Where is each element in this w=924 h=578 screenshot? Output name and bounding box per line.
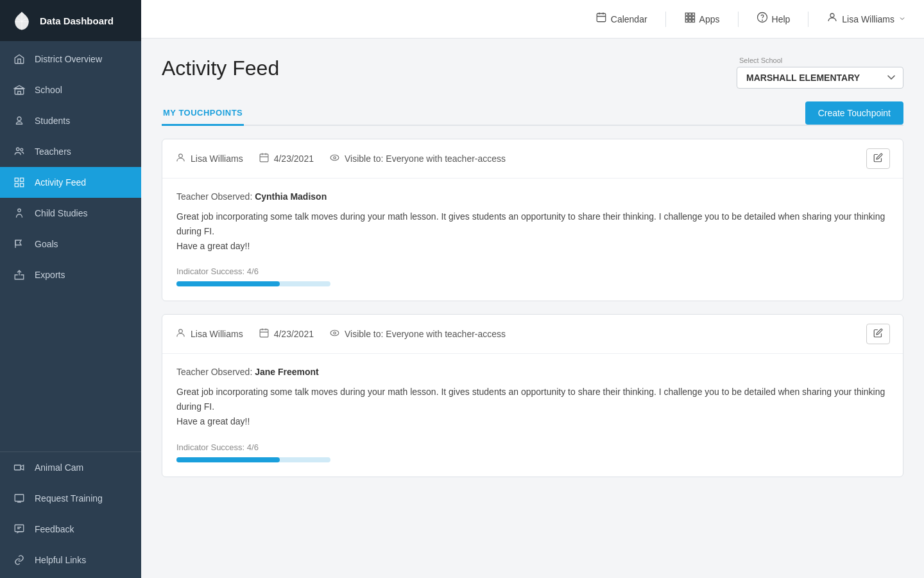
user-label: Lisa Williams <box>842 14 894 24</box>
sidebar-item-teachers[interactable]: Teachers <box>0 136 141 167</box>
sidebar: Data Dashboard District Overview School … <box>0 0 141 578</box>
sidebar-item-students[interactable]: Students <box>0 105 141 136</box>
touchpoint-date: 4/23/2021 <box>274 153 314 164</box>
sidebar-item-label: Activity Feed <box>35 177 86 188</box>
tabs-bar: MY TOUCHPOINTS Create Touchpoint <box>162 101 903 126</box>
sidebar-item-exports[interactable]: Exports <box>0 259 141 290</box>
sidebar-item-label: School <box>35 85 62 95</box>
calendar-label: Calendar <box>611 14 647 24</box>
progress-bar-track <box>176 457 330 462</box>
home-icon <box>13 53 26 66</box>
school-selector[interactable]: MARSHALL ELEMENTARY LINCOLN ELEMENTARY W… <box>737 67 903 89</box>
feedback-icon <box>13 523 26 536</box>
sidebar-item-label: Request Training <box>35 493 103 504</box>
svg-rect-5 <box>15 178 18 181</box>
svg-rect-15 <box>685 13 688 15</box>
progress-bar-track <box>176 281 330 286</box>
svg-rect-32 <box>260 329 268 337</box>
card-date: 4/23/2021 <box>259 328 314 341</box>
svg-rect-6 <box>21 178 24 181</box>
person-icon <box>175 328 186 341</box>
sidebar-item-animal-cam[interactable]: Animal Cam <box>0 452 141 483</box>
sidebar-item-feedback[interactable]: Feedback <box>0 514 141 545</box>
edit-touchpoint-button[interactable] <box>866 324 890 344</box>
person-icon <box>175 152 186 166</box>
sidebar-item-district-overview[interactable]: District Overview <box>0 44 141 74</box>
apps-nav-item[interactable]: Apps <box>684 12 720 26</box>
apps-icon <box>684 12 696 26</box>
svg-point-4 <box>21 148 23 151</box>
sidebar-item-activity-feed[interactable]: Activity Feed <box>0 167 141 198</box>
sidebar-item-child-studies[interactable]: Child Studies <box>0 198 141 229</box>
card-author: Lisa Williams <box>175 328 243 341</box>
create-touchpoint-button[interactable]: Create Touchpoint <box>805 101 903 125</box>
export-icon <box>13 268 26 281</box>
sidebar-item-goals[interactable]: Goals <box>0 229 141 259</box>
sidebar-item-label: Child Studies <box>35 208 88 218</box>
calendar-nav-item[interactable]: Calendar <box>595 12 647 26</box>
progress-bar-fill <box>176 457 280 462</box>
touchpoint-text: Great job incorporating some talk moves … <box>176 385 889 429</box>
topbar-divider-3 <box>808 12 809 27</box>
touchpoints-list: Lisa Williams 4/23/2021 Visible to: Ever… <box>162 139 903 477</box>
topbar: Calendar Apps Help Lisa Williams <box>141 0 924 39</box>
touchpoint-date: 4/23/2021 <box>274 329 314 339</box>
teacher-observed: Teacher Observed: Jane Freemont <box>176 367 889 377</box>
sidebar-nav: District Overview School Students Teache… <box>0 41 141 578</box>
sidebar-item-label: Animal Cam <box>35 462 83 473</box>
svg-point-9 <box>18 209 21 212</box>
sidebar-item-label: Goals <box>35 239 58 249</box>
main-area: Calendar Apps Help Lisa Williams <box>141 0 924 578</box>
topbar-divider <box>665 12 666 27</box>
card-visibility: Visible to: Everyone with teacher-access <box>329 328 506 341</box>
card-meta: Lisa Williams 4/23/2021 Visible to: Ever… <box>175 328 506 341</box>
help-nav-item[interactable]: Help <box>757 12 791 26</box>
indicator-label: Indicator Success: 4/6 <box>176 267 889 276</box>
svg-point-25 <box>762 20 762 21</box>
teacher-name: Cynthia Madison <box>255 191 327 202</box>
svg-point-27 <box>179 153 183 157</box>
user-menu[interactable]: Lisa Williams <box>826 12 906 26</box>
sidebar-bottom: Animal Cam Request Training Feedback Hel… <box>0 451 141 578</box>
svg-rect-19 <box>689 17 691 19</box>
svg-point-33 <box>330 330 339 336</box>
edit-touchpoint-button[interactable] <box>866 148 890 169</box>
touchpoint-text: Great job incorporating some talk moves … <box>176 209 889 254</box>
eye-icon <box>329 328 340 341</box>
sidebar-item-request-training[interactable]: Request Training <box>0 483 141 514</box>
tab-my-touchpoints[interactable]: MY TOUCHPOINTS <box>162 101 244 126</box>
sidebar-item-school[interactable]: School <box>0 74 141 105</box>
sidebar-item-helpful-links[interactable]: Helpful Links <box>0 545 141 575</box>
visibility-label: Visible to: Everyone with teacher-access <box>345 329 506 339</box>
help-icon <box>757 12 768 26</box>
page-title: Activity Feed <box>162 57 279 80</box>
teachers-icon <box>13 145 26 158</box>
teacher-name: Jane Freemont <box>255 367 319 377</box>
touchpoint-card: Lisa Williams 4/23/2021 Visible to: Ever… <box>162 139 903 301</box>
svg-point-30 <box>334 156 336 159</box>
chevron-down-icon <box>898 13 906 26</box>
svg-rect-20 <box>692 17 694 19</box>
visibility-label: Visible to: Everyone with teacher-access <box>345 153 506 164</box>
svg-rect-22 <box>689 20 691 22</box>
svg-point-26 <box>830 13 834 17</box>
app-title: Data Dashboard <box>40 15 114 26</box>
svg-rect-23 <box>692 20 694 22</box>
eye-icon <box>329 152 340 166</box>
card-header: Lisa Williams 4/23/2021 Visible to: Ever… <box>162 139 903 179</box>
card-visibility: Visible to: Everyone with teacher-access <box>329 152 506 166</box>
touchpoint-card: Lisa Williams 4/23/2021 Visible to: Ever… <box>162 314 903 477</box>
sidebar-item-label: District Overview <box>35 54 102 64</box>
child-icon <box>13 207 26 220</box>
svg-rect-8 <box>21 184 24 187</box>
svg-point-31 <box>179 329 183 333</box>
card-date: 4/23/2021 <box>259 152 314 166</box>
sidebar-item-label: Feedback <box>35 524 74 534</box>
sidebar-item-label: Teachers <box>35 146 71 157</box>
topbar-divider-2 <box>738 12 739 27</box>
card-body: Teacher Observed: Cynthia Madison Great … <box>162 179 903 301</box>
sidebar-item-label: Students <box>35 116 70 126</box>
svg-rect-28 <box>260 153 268 161</box>
teacher-observed: Teacher Observed: Cynthia Madison <box>176 191 889 202</box>
svg-point-34 <box>334 332 336 335</box>
